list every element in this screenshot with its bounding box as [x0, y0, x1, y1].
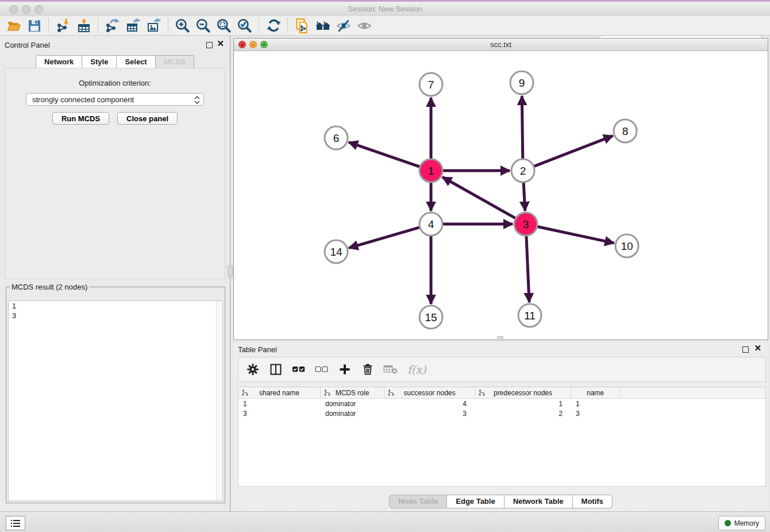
- home-icon[interactable]: [313, 17, 333, 34]
- edge-3-11[interactable]: [526, 236, 529, 302]
- svg-text:6: 6: [333, 132, 340, 144]
- table-cell[interactable]: dominator: [321, 410, 384, 418]
- edge-2-9[interactable]: [522, 96, 522, 159]
- table-close-panel-icon[interactable]: ✕: [754, 343, 761, 353]
- float-panel-icon[interactable]: [206, 42, 213, 48]
- network-view-window: x – + scc.txt 7968124314101511: [233, 38, 768, 340]
- apply-layout-icon[interactable]: [263, 17, 284, 34]
- run-mcds-button[interactable]: Run MCDS: [52, 112, 109, 125]
- network-window-title: scc.txt: [234, 40, 768, 49]
- svg-text:1: 1: [428, 165, 434, 177]
- task-history-button[interactable]: [6, 516, 25, 530]
- graph-node-11[interactable]: 11: [518, 304, 541, 327]
- control-tab-style[interactable]: Style: [82, 55, 117, 69]
- clone-network-icon[interactable]: [292, 17, 313, 34]
- node-table-header: shared nameMCDS rolesuccessor nodesprede…: [238, 387, 765, 399]
- edge-3-1[interactable]: [442, 177, 515, 218]
- tab-network-table[interactable]: Network Table: [505, 495, 573, 508]
- zoom-fit-icon[interactable]: [214, 17, 234, 34]
- hide-panel-eye-icon[interactable]: [333, 17, 354, 34]
- tab-node-table[interactable]: Node Table: [389, 495, 447, 508]
- criterion-dropdown[interactable]: strongly connected component: [26, 93, 204, 106]
- table-row[interactable]: 1dominator411: [238, 399, 765, 408]
- table-cell[interactable]: 3: [238, 410, 321, 418]
- toolbar-separator: [287, 18, 288, 33]
- table-cell[interactable]: dominator: [321, 400, 384, 408]
- graph-node-1[interactable]: 1: [419, 159, 442, 182]
- titlebar: Session: New Session: [0, 2, 770, 17]
- graph-node-7[interactable]: 7: [419, 73, 442, 96]
- table-cell[interactable]: 1: [238, 400, 321, 408]
- control-tab-network[interactable]: Network: [36, 55, 82, 69]
- graph-node-14[interactable]: 14: [325, 240, 348, 263]
- import-network-icon[interactable]: [53, 17, 74, 34]
- result-line: 3: [9, 311, 222, 321]
- graph-node-2[interactable]: 2: [511, 159, 534, 182]
- export-network-icon[interactable]: [102, 17, 123, 34]
- mcds-result-group: MCDS result (2 nodes) 13: [6, 283, 225, 503]
- graph-node-9[interactable]: 9: [510, 71, 533, 94]
- table-cell[interactable]: 3: [571, 410, 620, 418]
- svg-text:2: 2: [520, 165, 526, 177]
- graph-node-4[interactable]: 4: [419, 213, 442, 236]
- close-panel-button[interactable]: Close panel: [117, 112, 178, 125]
- column-header-successor-nodes[interactable]: successor nodes: [384, 387, 475, 398]
- table-cell[interactable]: 3: [384, 410, 475, 418]
- graph-node-3[interactable]: 3: [514, 213, 537, 236]
- column-header-name[interactable]: name: [571, 387, 620, 398]
- zoom-in-icon[interactable]: [172, 17, 193, 34]
- graph-node-15[interactable]: 15: [419, 306, 442, 329]
- edge-4-14[interactable]: [349, 228, 419, 248]
- column-header-predecessor-nodes[interactable]: predecessor nodes: [475, 387, 571, 398]
- edge-2-8[interactable]: [534, 136, 613, 166]
- mcds-result-title: MCDS result (2 nodes): [10, 283, 89, 291]
- create-column-plus-icon[interactable]: [337, 362, 352, 377]
- table-cell[interactable]: 1: [475, 400, 571, 408]
- network-window-titlebar[interactable]: x – + scc.txt: [234, 38, 768, 51]
- edge-3-10[interactable]: [538, 226, 614, 243]
- zoom-out-icon[interactable]: [193, 17, 214, 34]
- function-builder-icon[interactable]: f(x): [407, 363, 426, 376]
- table-cell[interactable]: 1: [571, 400, 620, 408]
- control-tab-mcds[interactable]: MCDS: [156, 55, 194, 69]
- result-scrollbar[interactable]: [216, 301, 222, 500]
- control-tab-select[interactable]: Select: [117, 55, 155, 69]
- edge-1-6[interactable]: [349, 142, 419, 167]
- column-header-shared-name[interactable]: shared name: [238, 387, 321, 398]
- graph-node-6[interactable]: 6: [325, 126, 348, 149]
- import-table-icon[interactable]: [74, 17, 94, 34]
- memory-button[interactable]: Memory: [718, 516, 765, 530]
- horizontal-splitter-grip[interactable]: [497, 336, 503, 341]
- show-panel-eye-icon[interactable]: [354, 17, 375, 34]
- table-row[interactable]: 3dominator323: [238, 408, 765, 418]
- delete-table-icon[interactable]: [383, 362, 398, 377]
- graph-node-8[interactable]: 8: [614, 119, 637, 142]
- svg-text:4: 4: [428, 218, 434, 230]
- show-columns-icon[interactable]: [268, 362, 283, 377]
- network-graph-canvas[interactable]: 7968124314101511: [234, 51, 768, 340]
- table-settings-gear-icon[interactable]: [245, 362, 260, 377]
- close-panel-icon[interactable]: ✕: [217, 38, 224, 49]
- zoom-selected-icon[interactable]: [234, 17, 255, 34]
- panel-splitter-grip[interactable]: [228, 265, 233, 277]
- tab-edge-table[interactable]: Edge Table: [447, 495, 504, 508]
- column-header-MCDS-role[interactable]: MCDS role: [321, 387, 384, 398]
- tab-motifs[interactable]: Motifs: [573, 495, 613, 508]
- open-session-icon[interactable]: [3, 17, 24, 34]
- svg-text:11: 11: [524, 310, 536, 322]
- mcds-result-textarea[interactable]: 13: [8, 300, 223, 501]
- svg-text:7: 7: [428, 79, 434, 91]
- edge-2-3[interactable]: [523, 183, 525, 211]
- export-table-icon[interactable]: [123, 17, 144, 34]
- graph-node-10[interactable]: 10: [615, 234, 638, 257]
- delete-column-trash-icon[interactable]: [360, 362, 375, 377]
- unselect-all-columns-icon[interactable]: [314, 362, 329, 377]
- memory-status-dot: [725, 520, 731, 526]
- control-panel: Control Panel ✕ NetworkStyleSelectMCDS O…: [0, 36, 230, 511]
- table-cell[interactable]: 4: [384, 400, 475, 408]
- table-float-panel-icon[interactable]: [742, 346, 749, 353]
- table-cell[interactable]: 2: [475, 410, 571, 418]
- select-all-columns-icon[interactable]: [291, 362, 306, 377]
- save-session-icon[interactable]: [24, 17, 45, 34]
- export-image-icon[interactable]: [144, 17, 164, 34]
